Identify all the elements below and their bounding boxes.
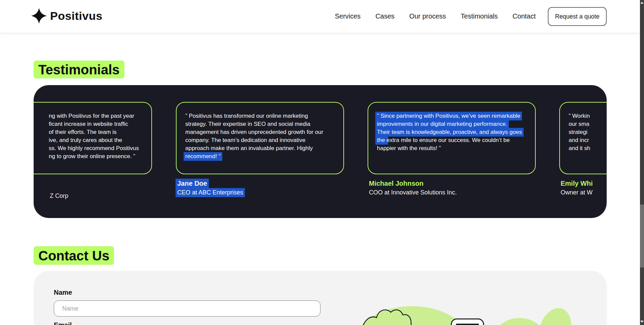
- green-blob-oval: [533, 304, 577, 325]
- quote-bubble: ” Workinour smastrategiand incrand it sh: [559, 102, 607, 174]
- author-role: Owner at W: [561, 189, 607, 196]
- author-role: Z Corp: [50, 192, 68, 199]
- quote-line: of their efforts. The team is: [49, 128, 139, 136]
- author-name: Emily Whi: [561, 180, 607, 187]
- testimonial-card: ” Workinour smastrategiand incrand it sh…: [559, 102, 607, 196]
- quote-line: ” Positivus has transformed our online m…: [185, 112, 335, 120]
- contact-panel: Name Email: [34, 271, 607, 325]
- quote-bubble: ” Since partnering with Positivus, we’ve…: [368, 102, 536, 174]
- testimonial-author: Jane DoeCEO at ABC Enterprises: [176, 180, 344, 196]
- email-label: Email: [54, 321, 72, 325]
- nav-item-testimonials[interactable]: Testimonials: [461, 12, 498, 20]
- contact-illustration: [319, 289, 607, 325]
- contact-heading: Contact Us: [34, 246, 114, 265]
- name-label: Name: [54, 289, 72, 296]
- quote-line: management has driven unprecedented grow…: [185, 128, 335, 136]
- quote-line: the extra mile to ensure our success. We…: [377, 136, 526, 144]
- testimonial-author: Emily WhiOwner at W: [559, 180, 607, 196]
- testimonial-author: Z Corp: [50, 190, 68, 199]
- quote-line: ss. We highly recommend Positivus: [49, 144, 139, 152]
- testimonial-card: ng with Positivus for the past yearfican…: [34, 102, 152, 174]
- author-name: Jane Doe: [177, 180, 344, 187]
- testimonial-card: ” Since partnering with Positivus, we’ve…: [368, 102, 536, 196]
- quote-line: our sma: [569, 120, 607, 128]
- quote-line: ive, and truly cares about the: [49, 136, 139, 144]
- quote-line: ng with Positivus for the past year: [49, 112, 139, 120]
- quote-line: improvements in our digital marketing pe…: [377, 120, 526, 128]
- main-nav: Services Cases Our process Testimonials …: [335, 0, 536, 33]
- author-name: Michael Johnson: [369, 180, 536, 187]
- testimonial-author: Michael JohnsonCOO at Innovative Solutio…: [368, 180, 536, 196]
- scroll-down-icon[interactable]: [640, 321, 644, 323]
- nav-item-contact[interactable]: Contact: [513, 12, 536, 20]
- quote-line: recommend! ”: [185, 152, 335, 160]
- quote-line: company. The team’s dedication and innov…: [185, 136, 335, 144]
- quote-line: approach make them an invaluable partner…: [185, 144, 335, 152]
- scrollbar-thumb[interactable]: [640, 205, 644, 267]
- name-input[interactable]: [54, 300, 320, 317]
- author-role: CEO at ABC Enterprises: [177, 189, 344, 196]
- scroll-up-icon[interactable]: [640, 2, 644, 4]
- green-blob-dome: [491, 318, 548, 325]
- author-role: COO at Innovative Solutions Inc.: [369, 189, 536, 196]
- logo-star-icon: [31, 8, 47, 24]
- quote-line: strategy. Their expertise in SEO and soc…: [185, 120, 335, 128]
- quote-line: strategi: [569, 128, 607, 136]
- quote-line: ” Since partnering with Positivus, we’ve…: [377, 112, 526, 120]
- quote-bubble: ng with Positivus for the past yearfican…: [34, 102, 152, 174]
- nav-item-our-process[interactable]: Our process: [409, 12, 446, 20]
- card-illustration: [451, 319, 484, 325]
- quote-line: ” Workin: [569, 112, 607, 120]
- request-quote-button[interactable]: Request a quote: [548, 7, 607, 26]
- testimonials-carousel: ng with Positivus for the past yearfican…: [34, 85, 607, 218]
- testimonials-heading: Testimonials: [34, 61, 124, 78]
- quote-line: happier with the results! ”: [377, 144, 526, 152]
- nav-item-cases[interactable]: Cases: [375, 12, 394, 20]
- quote-line: and it sh: [569, 144, 607, 152]
- page: Positivus Services Cases Our process Tes…: [0, 0, 644, 325]
- logo-text: Positivus: [50, 9, 103, 23]
- nav-item-services[interactable]: Services: [335, 12, 361, 20]
- quote-line: and incr: [569, 136, 607, 144]
- quote-bubble: ” Positivus has transformed our online m…: [176, 102, 344, 174]
- header: Positivus Services Cases Our process Tes…: [0, 0, 640, 33]
- testimonial-card: ” Positivus has transformed our online m…: [176, 102, 344, 196]
- logo[interactable]: Positivus: [31, 8, 103, 24]
- vertical-scrollbar[interactable]: [640, 0, 644, 325]
- quote-line: ng to grow their online presence. ”: [49, 152, 139, 160]
- quote-line: Their team is knowledgeable, proactive, …: [377, 128, 526, 136]
- quote-line: ficant increase in website traffic: [49, 120, 139, 128]
